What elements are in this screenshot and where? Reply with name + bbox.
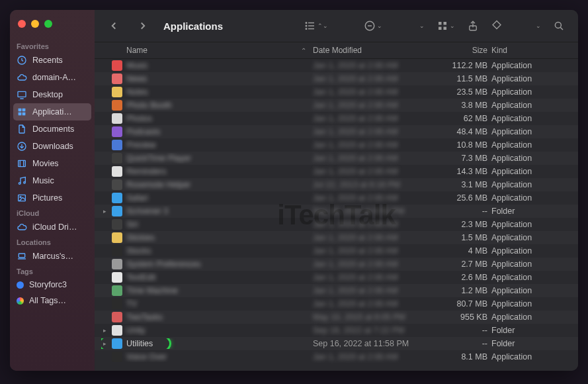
svg-rect-28 bbox=[444, 27, 447, 30]
file-size: 2.6 MB bbox=[432, 273, 491, 282]
file-date: Jul 22, 2013 at 8:18 PM bbox=[313, 180, 432, 189]
file-row[interactable]: NewsJan 1, 2020 at 2:00 AM11.5 MBApplica… bbox=[95, 72, 578, 85]
file-row[interactable]: System PreferencesJan 1, 2020 at 2:00 AM… bbox=[95, 258, 578, 271]
sidebar-item[interactable]: Applicati… bbox=[13, 103, 91, 120]
sidebar-item[interactable]: Music bbox=[10, 172, 95, 189]
doc-icon bbox=[17, 124, 27, 134]
file-row[interactable]: Voice OverJan 1, 2020 at 2:00 AM8.1 MBAp… bbox=[95, 350, 578, 363]
more-menu-button[interactable]: ⌄ bbox=[532, 20, 544, 32]
sidebar-item[interactable]: Pictures bbox=[10, 189, 95, 207]
file-row[interactable]: PodcastsJan 1, 2020 at 2:00 AM48.4 MBApp… bbox=[95, 125, 578, 138]
tags-button[interactable] bbox=[488, 17, 505, 34]
file-size: 11.5 MB bbox=[432, 74, 491, 83]
laptop-icon bbox=[17, 251, 27, 262]
file-row[interactable]: ▸Scrivener 3Sep 16, 2022 at 6:52 PM--Fol… bbox=[95, 205, 578, 218]
file-date: Sep 16, 2022 at 6:52 PM bbox=[313, 207, 432, 216]
fullscreen-button[interactable] bbox=[44, 20, 52, 28]
file-kind: Folder bbox=[491, 339, 571, 348]
app-icon bbox=[112, 179, 122, 190]
file-kind: Application bbox=[491, 61, 571, 70]
file-row[interactable]: StocksJan 1, 2020 at 2:00 AM4 MBApplicat… bbox=[95, 244, 578, 258]
column-headers: Name⌃ Date Modified Size Kind bbox=[95, 42, 578, 59]
file-name: Podcasts bbox=[126, 127, 160, 136]
sidebar-item[interactable]: Storyforc3 bbox=[10, 277, 95, 293]
file-name: Photo Booth bbox=[126, 101, 172, 110]
grid-button[interactable]: ⌄ bbox=[434, 17, 458, 34]
file-row[interactable]: StickiesJan 1, 2020 at 2:00 AM1.5 MBAppl… bbox=[95, 231, 578, 244]
file-row[interactable]: Time MachineJan 1, 2020 at 2:00 AM1.2 MB… bbox=[95, 284, 578, 297]
file-row[interactable]: MusicJan 1, 2020 at 2:00 AM112.2 MBAppli… bbox=[95, 59, 578, 72]
disclosure-triangle-icon[interactable]: ▸ bbox=[101, 340, 108, 347]
app-icon bbox=[112, 285, 122, 296]
file-size: 2.3 MB bbox=[432, 220, 491, 229]
file-row[interactable]: PhotosJan 1, 2020 at 2:00 AM62 MBApplica… bbox=[95, 112, 578, 125]
file-row[interactable]: Photo BoothJan 1, 2020 at 2:00 AM3.8 MBA… bbox=[95, 99, 578, 112]
disclosure-triangle-icon[interactable]: ▸ bbox=[101, 208, 108, 215]
file-list[interactable]: iTechTalk MusicJan 1, 2020 at 2:00 AM112… bbox=[95, 59, 578, 371]
svg-line-31 bbox=[560, 27, 563, 30]
nav-forward-button[interactable] bbox=[134, 17, 151, 34]
sidebar-item[interactable]: iCloud Dri… bbox=[10, 218, 95, 236]
sidebar-section-label: iCloud bbox=[10, 207, 95, 218]
svg-rect-5 bbox=[19, 113, 22, 116]
disclosure-triangle-icon[interactable]: ▸ bbox=[101, 327, 108, 334]
view-list-button[interactable]: ⌃⌄ bbox=[302, 17, 331, 34]
sidebar-item[interactable]: domain-A… bbox=[10, 69, 95, 86]
column-date[interactable]: Date Modified bbox=[313, 46, 432, 55]
file-row[interactable]: Rosemote HelperJul 22, 2013 at 8:18 PM3.… bbox=[95, 178, 578, 191]
minimize-button[interactable] bbox=[31, 20, 39, 28]
sort-ascending-icon: ⌃ bbox=[301, 47, 306, 54]
file-name: Preview bbox=[126, 140, 155, 150]
nav-back-button[interactable] bbox=[105, 17, 122, 34]
file-row[interactable]: ▸UtilitiesSep 16, 2022 at 11:58 PM--Fold… bbox=[95, 337, 578, 350]
file-kind: Application bbox=[491, 260, 571, 269]
file-row[interactable]: TwoTasksMay 10, 2015 at 8:05 PM955 KBApp… bbox=[95, 311, 578, 324]
app-icon bbox=[112, 338, 122, 349]
svg-point-30 bbox=[555, 22, 561, 28]
sidebar-item-label: Applicati… bbox=[32, 107, 72, 117]
file-row[interactable]: RemindersJan 1, 2020 at 2:00 AM14.3 MBAp… bbox=[95, 165, 578, 178]
column-kind[interactable]: Kind bbox=[491, 46, 571, 55]
file-kind: Application bbox=[491, 87, 571, 97]
file-date: Jan 1, 2020 at 2:00 AM bbox=[313, 61, 432, 70]
file-size: 7.3 MB bbox=[432, 154, 491, 163]
file-row[interactable]: QuickTime PlayerJan 1, 2020 at 2:00 AM7.… bbox=[95, 152, 578, 165]
file-date: Jan 1, 2020 at 2:00 AM bbox=[313, 299, 432, 309]
file-name: Voice Over bbox=[126, 352, 167, 361]
file-row[interactable]: NotesJan 1, 2020 at 2:00 AM23.5 MBApplic… bbox=[95, 85, 578, 99]
file-kind: Application bbox=[491, 220, 571, 229]
sidebar-item[interactable]: All Tags… bbox=[10, 293, 95, 309]
sidebar-item-label: iCloud Dri… bbox=[32, 222, 77, 232]
column-size[interactable]: Size bbox=[432, 46, 491, 55]
search-button[interactable] bbox=[550, 17, 567, 34]
window-controls bbox=[10, 17, 95, 40]
sidebar-item[interactable]: Movies bbox=[10, 155, 95, 172]
file-size: 1.5 MB bbox=[432, 233, 491, 242]
share-button[interactable] bbox=[464, 17, 482, 34]
sidebar-item[interactable]: Downloads bbox=[10, 138, 95, 155]
svg-point-23 bbox=[306, 28, 307, 30]
file-row[interactable]: SiriJan 1, 2020 at 2:00 AM2.3 MBApplicat… bbox=[95, 218, 578, 231]
group-button[interactable]: ⌄ bbox=[361, 17, 385, 34]
app-icon bbox=[112, 166, 122, 177]
file-size: 23.5 MB bbox=[432, 87, 491, 97]
sidebar-item[interactable]: Desktop bbox=[10, 86, 95, 103]
file-size: 8.1 MB bbox=[432, 352, 491, 361]
file-row[interactable]: TextEditJan 1, 2020 at 2:00 AM2.6 MBAppl… bbox=[95, 271, 578, 284]
column-name[interactable]: Name⌃ bbox=[101, 46, 313, 55]
file-name: Reminders bbox=[126, 167, 166, 176]
file-row[interactable]: SafariJan 1, 2020 at 2:00 AM25.6 MBAppli… bbox=[95, 191, 578, 205]
close-button[interactable] bbox=[18, 20, 26, 28]
app-icon bbox=[112, 246, 122, 256]
file-date: Jan 1, 2020 at 2:00 AM bbox=[313, 260, 432, 269]
file-row[interactable]: PreviewJan 1, 2020 at 2:00 AM10.8 MBAppl… bbox=[95, 138, 578, 152]
sidebar-item[interactable]: Recents bbox=[10, 52, 95, 69]
file-date: Jan 1, 2020 at 2:00 AM bbox=[313, 127, 432, 136]
file-kind: Application bbox=[491, 312, 571, 322]
app-icon bbox=[112, 60, 122, 71]
action-menu-button[interactable]: ⌄ bbox=[415, 20, 427, 32]
file-row[interactable]: ▸UnitySep 16, 2022 at 7:22 PM--Folder bbox=[95, 324, 578, 337]
sidebar-item[interactable]: Documents bbox=[10, 120, 95, 138]
file-row[interactable]: TVJan 1, 2020 at 2:00 AM80.7 MBApplicati… bbox=[95, 297, 578, 311]
sidebar-item[interactable]: Marcus's… bbox=[10, 248, 95, 265]
